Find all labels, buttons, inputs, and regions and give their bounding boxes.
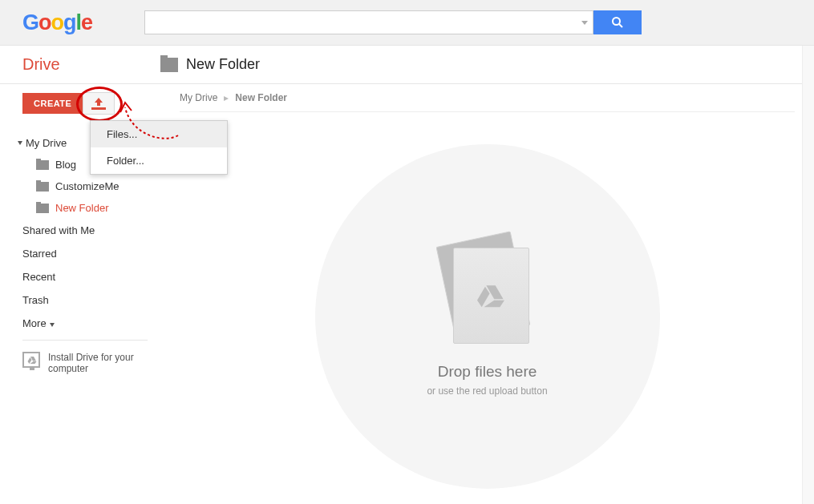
- upload-icon: [91, 97, 106, 110]
- monitor-icon: [22, 352, 40, 368]
- nav-recent[interactable]: Recent: [0, 265, 160, 288]
- drive-icon: [477, 284, 504, 308]
- folder-icon: [160, 58, 178, 72]
- search-input[interactable]: [144, 10, 593, 34]
- content-area: My Drive ▸ New Folder Drop files here or…: [160, 84, 814, 504]
- breadcrumb: My Drive ▸ New Folder: [180, 91, 795, 112]
- nav-item-label: Blog: [55, 159, 76, 171]
- scrollbar[interactable]: [802, 46, 814, 504]
- nav-more[interactable]: More: [0, 312, 160, 335]
- folder-icon: [36, 182, 49, 192]
- nav-item-label: CustomizeMe: [55, 180, 119, 192]
- install-label: Install Drive for your computer: [48, 352, 148, 374]
- install-drive-link[interactable]: Install Drive for your computer: [0, 345, 160, 381]
- svg-point-0: [613, 18, 620, 25]
- search-options-icon[interactable]: [581, 21, 588, 25]
- nav-trash[interactable]: Trash: [0, 288, 160, 312]
- search-icon: [611, 16, 624, 29]
- nav-item-label: New Folder: [55, 202, 108, 214]
- create-row: CREATE: [0, 92, 160, 115]
- nav-item-customizeme[interactable]: CustomizeMe: [0, 175, 160, 197]
- upload-button[interactable]: [83, 92, 115, 115]
- sidebar-divider: [22, 340, 148, 341]
- nav-item-new-folder[interactable]: New Folder: [0, 197, 160, 219]
- folder-icon: [36, 160, 49, 170]
- breadcrumb-current: New Folder: [235, 92, 287, 103]
- search-wrap: [144, 10, 642, 34]
- chevron-right-icon: ▸: [224, 92, 229, 103]
- folder-icon: [36, 204, 49, 213]
- location-title: New Folder: [186, 56, 260, 73]
- header-bar: Google: [0, 0, 814, 46]
- upload-files-item[interactable]: Files...: [91, 121, 227, 147]
- title-row: Drive New Folder: [0, 46, 814, 84]
- drop-subtitle: or use the red upload button: [427, 385, 547, 397]
- upload-folder-item[interactable]: Folder...: [91, 147, 227, 174]
- drive-glyph-icon: [27, 356, 37, 364]
- drop-zone[interactable]: Drop files here or use the red upload bu…: [315, 144, 660, 489]
- app-title[interactable]: Drive: [0, 55, 160, 74]
- search-button[interactable]: [593, 10, 642, 34]
- google-logo[interactable]: Google: [22, 10, 92, 35]
- create-button[interactable]: CREATE: [22, 93, 83, 114]
- nav-shared[interactable]: Shared with Me: [0, 219, 160, 242]
- upload-menu: Files... Folder...: [90, 120, 228, 175]
- drop-title: Drop files here: [438, 363, 537, 381]
- breadcrumb-root[interactable]: My Drive: [180, 92, 217, 103]
- nav-root-label: My Drive: [26, 137, 67, 149]
- nav-starred[interactable]: Starred: [0, 242, 160, 265]
- file-stack-icon: [435, 236, 540, 357]
- svg-rect-2: [91, 107, 106, 110]
- svg-line-1: [619, 24, 622, 27]
